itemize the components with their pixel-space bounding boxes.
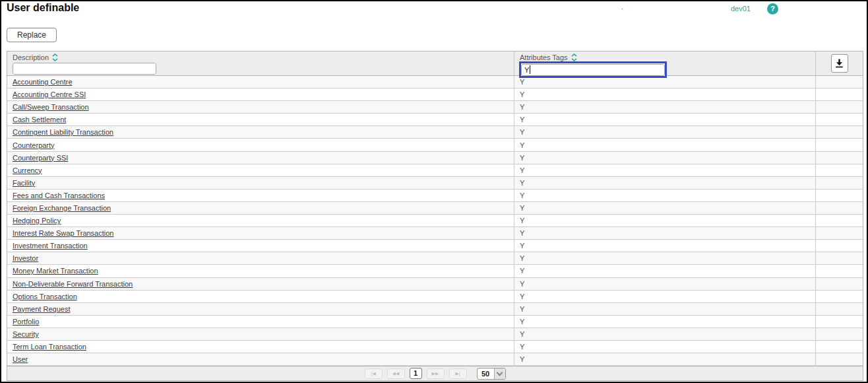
help-icon[interactable]: ? bbox=[767, 3, 778, 15]
row-description-link[interactable]: Call/Sweep Transaction bbox=[13, 103, 89, 111]
table-row: Contingent Liability Transaction Y bbox=[7, 126, 863, 139]
row-extra-cell bbox=[815, 139, 863, 151]
row-description-link[interactable]: Facility bbox=[13, 179, 35, 187]
row-attributes-value: Y bbox=[514, 341, 815, 353]
row-extra-cell bbox=[815, 291, 863, 302]
table-header: Description Attributes Tags bbox=[7, 52, 863, 76]
table-row: Security Y bbox=[7, 328, 863, 341]
row-description-link[interactable]: Cash Settlement bbox=[13, 116, 66, 123]
chevron-down-icon bbox=[494, 368, 505, 379]
row-extra-cell bbox=[815, 126, 863, 138]
download-icon[interactable] bbox=[831, 54, 848, 73]
row-description-link[interactable]: User bbox=[13, 355, 28, 363]
row-attributes-value: Y bbox=[514, 252, 815, 264]
row-description-link[interactable]: Accounting Centre SSI bbox=[13, 90, 86, 98]
row-attributes-value: Y bbox=[514, 101, 815, 113]
row-extra-cell bbox=[815, 190, 863, 201]
user-definable-table: Description Attributes Tags bbox=[7, 51, 863, 381]
stray-dot: . bbox=[621, 3, 623, 11]
row-attributes-value: Y bbox=[514, 227, 815, 239]
row-extra-cell bbox=[815, 278, 863, 290]
row-extra-cell bbox=[815, 164, 863, 176]
table-row: Fees and Cash Transactions Y bbox=[7, 190, 863, 202]
table-row: Hedging Policy Y bbox=[7, 215, 863, 227]
row-description-link[interactable]: Counterparty bbox=[13, 141, 55, 149]
row-attributes-value: Y bbox=[514, 114, 815, 125]
table-row: Counterparty Y bbox=[7, 139, 863, 151]
current-page-button[interactable]: 1 bbox=[410, 368, 422, 379]
last-page-button[interactable]: ▶| bbox=[449, 368, 467, 379]
row-description-link[interactable]: Fees and Cash Transactions bbox=[13, 192, 105, 199]
row-attributes-value: Y bbox=[514, 240, 815, 252]
row-description-link[interactable]: Payment Request bbox=[13, 305, 70, 313]
user-definable-page: User definable . dev01 ? Replace Descrip… bbox=[0, 0, 868, 383]
row-description-link[interactable]: Portfolio bbox=[13, 318, 39, 326]
row-extra-cell bbox=[815, 114, 863, 125]
row-attributes-value: Y bbox=[514, 177, 815, 189]
row-description-link[interactable]: Accounting Centre bbox=[13, 78, 73, 86]
row-extra-cell bbox=[815, 341, 863, 353]
description-cell: Options Transaction bbox=[7, 291, 514, 302]
row-attributes-value: Y bbox=[514, 353, 815, 365]
row-extra-cell bbox=[815, 202, 863, 214]
row-extra-cell bbox=[815, 353, 863, 365]
page-size-select[interactable]: 50 bbox=[477, 368, 506, 380]
table-row: Interest Rate Swap Transaction Y bbox=[7, 227, 863, 240]
table-body: Accounting Centre Y Accounting Centre SS… bbox=[7, 76, 863, 366]
first-page-button[interactable]: |◀ bbox=[365, 368, 383, 379]
description-cell: Portfolio bbox=[7, 316, 514, 328]
row-description-link[interactable]: Contingent Liability Transaction bbox=[13, 128, 113, 136]
row-extra-cell bbox=[815, 101, 863, 113]
description-filter-input[interactable] bbox=[13, 63, 156, 75]
column-label-attributes-tags[interactable]: Attributes Tags bbox=[520, 53, 568, 61]
column-label-description[interactable]: Description bbox=[13, 53, 49, 61]
row-description-link[interactable]: Money Market Transaction bbox=[13, 267, 98, 275]
row-extra-cell bbox=[815, 152, 863, 164]
row-extra-cell bbox=[815, 265, 863, 277]
description-cell: Counterparty SSI bbox=[7, 152, 514, 164]
description-cell: User bbox=[7, 353, 514, 365]
description-cell: Accounting Centre SSI bbox=[7, 88, 514, 100]
description-cell: Investment Transaction bbox=[7, 240, 514, 252]
description-cell: Investor bbox=[7, 252, 514, 264]
description-cell: Currency bbox=[7, 164, 514, 176]
row-extra-cell bbox=[815, 252, 863, 264]
row-extra-cell bbox=[815, 177, 863, 189]
table-row: Money Market Transaction Y bbox=[7, 265, 863, 277]
table-row: Facility Y bbox=[7, 177, 863, 190]
table-row: Term Loan Transaction Y bbox=[7, 341, 863, 353]
attributes-tags-filter-input[interactable] bbox=[521, 64, 665, 76]
row-description-link[interactable]: Term Loan Transaction bbox=[13, 343, 86, 351]
row-attributes-value: Y bbox=[514, 215, 815, 226]
row-description-link[interactable]: Counterparty SSI bbox=[13, 154, 68, 162]
sort-updown-icon[interactable] bbox=[571, 53, 577, 61]
table-row: Foreign Exchange Transaction Y bbox=[7, 202, 863, 215]
previous-page-button[interactable]: ◀◀ bbox=[387, 368, 405, 379]
next-page-button[interactable]: ▶▶ bbox=[427, 368, 445, 379]
row-description-link[interactable]: Non-Deliverable Forward Transaction bbox=[13, 280, 133, 288]
row-description-link[interactable]: Options Transaction bbox=[13, 293, 77, 300]
pagination-bar: |◀ ◀◀ 1 ▶▶ ▶| 50 bbox=[7, 366, 863, 380]
table-row: Cash Settlement Y bbox=[7, 114, 863, 126]
column-header-description: Description bbox=[7, 52, 514, 75]
row-extra-cell bbox=[815, 303, 863, 315]
description-cell: Facility bbox=[7, 177, 514, 189]
row-description-link[interactable]: Foreign Exchange Transaction bbox=[13, 204, 111, 212]
row-extra-cell bbox=[815, 328, 863, 340]
replace-button[interactable]: Replace bbox=[7, 28, 57, 42]
row-attributes-value: Y bbox=[514, 190, 815, 201]
row-attributes-value: Y bbox=[514, 164, 815, 176]
description-cell: Money Market Transaction bbox=[7, 265, 514, 277]
table-row: Payment Request Y bbox=[7, 303, 863, 316]
description-cell: Fees and Cash Transactions bbox=[7, 190, 514, 201]
row-description-link[interactable]: Security bbox=[13, 330, 39, 338]
row-description-link[interactable]: Investor bbox=[13, 254, 38, 262]
description-cell: Accounting Centre bbox=[7, 76, 514, 88]
description-cell: Counterparty bbox=[7, 139, 514, 151]
sort-updown-icon[interactable] bbox=[52, 53, 58, 61]
row-description-link[interactable]: Hedging Policy bbox=[13, 217, 61, 225]
row-description-link[interactable]: Currency bbox=[13, 166, 42, 174]
row-description-link[interactable]: Investment Transaction bbox=[13, 242, 88, 250]
row-attributes-value: Y bbox=[514, 152, 815, 164]
row-description-link[interactable]: Interest Rate Swap Transaction bbox=[13, 229, 113, 237]
